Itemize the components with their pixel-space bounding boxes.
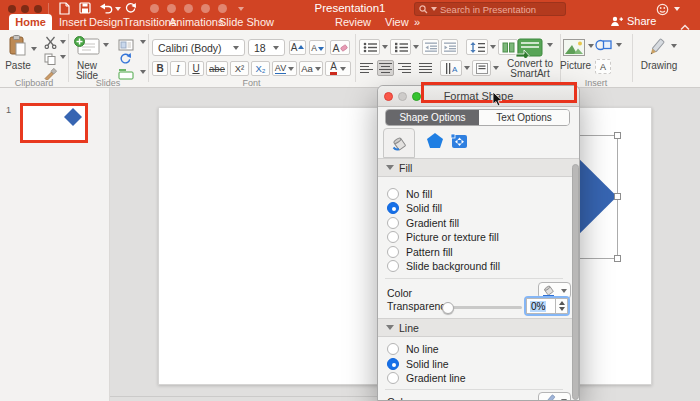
feedback-dropdown-icon[interactable] xyxy=(674,7,680,11)
change-case-button[interactable]: Aa xyxy=(299,61,323,76)
line-color-button[interactable] xyxy=(538,392,571,401)
align-text-button[interactable] xyxy=(472,60,491,76)
align-text-dropdown-icon[interactable] xyxy=(493,66,499,70)
shapes-icon[interactable] xyxy=(595,38,612,56)
search-input[interactable] xyxy=(440,4,550,15)
font-name-select[interactable]: Calibri (Body) xyxy=(152,39,245,56)
bold-button[interactable]: B xyxy=(152,61,168,76)
tab-slide-show[interactable]: Slide Show xyxy=(219,15,274,30)
align-left-button[interactable] xyxy=(358,60,375,76)
line-spacing-button[interactable] xyxy=(466,39,488,55)
font-size-select[interactable]: 18 xyxy=(248,39,285,56)
zoom-window-icon[interactable] xyxy=(34,5,42,13)
slide-thumbnail[interactable] xyxy=(20,103,88,143)
selection-handle-top-right[interactable] xyxy=(614,132,621,139)
radio-icon[interactable] xyxy=(387,343,399,355)
selection-handle-middle-right[interactable] xyxy=(614,193,621,200)
toolbar-overflow-icon[interactable] xyxy=(238,7,244,11)
superscript-button[interactable]: X² xyxy=(230,61,249,76)
fill-line-tab[interactable] xyxy=(383,128,415,158)
radio-selected-icon[interactable] xyxy=(387,202,399,214)
collapse-ribbon-icon[interactable] xyxy=(680,17,690,35)
drawing-dropdown-icon[interactable] xyxy=(671,44,677,48)
radio-selected-icon[interactable] xyxy=(387,358,399,370)
shapes-dropdown-icon[interactable] xyxy=(616,43,622,47)
radio-icon[interactable] xyxy=(387,188,399,200)
radio-icon[interactable] xyxy=(387,372,399,384)
section-dropdown-icon[interactable] xyxy=(140,70,146,74)
tab-design[interactable]: Design xyxy=(89,15,123,30)
feedback-smiley-icon[interactable] xyxy=(656,2,669,20)
radio-icon[interactable] xyxy=(387,231,399,243)
radio-icon[interactable] xyxy=(387,246,399,258)
text-direction-dropdown-icon[interactable] xyxy=(464,66,470,70)
subscript-button[interactable]: X₂ xyxy=(251,61,270,76)
italic-button[interactable]: I xyxy=(170,61,186,76)
paste-button[interactable] xyxy=(8,35,28,57)
save-icon[interactable] xyxy=(79,2,91,14)
search-box[interactable] xyxy=(414,2,566,16)
size-properties-tab[interactable] xyxy=(451,132,468,153)
fill-option-picture-texture[interactable]: Picture or texture fill xyxy=(387,230,499,243)
picture-button[interactable] xyxy=(562,38,585,56)
align-center-button[interactable] xyxy=(377,60,394,76)
transparency-slider-thumb[interactable] xyxy=(442,302,454,314)
shape-options-tab[interactable]: Shape Options xyxy=(386,110,479,125)
line-option-no-line[interactable]: No line xyxy=(387,342,439,355)
smartart-dropdown-icon[interactable] xyxy=(547,43,553,47)
cut-dropdown-icon[interactable] xyxy=(60,40,66,44)
bullets-button[interactable] xyxy=(359,39,380,55)
drawing-button[interactable] xyxy=(644,37,668,59)
close-window-icon[interactable] xyxy=(8,5,16,13)
tab-overflow-chevron[interactable]: » xyxy=(414,15,420,30)
dialog-scrollbar[interactable] xyxy=(572,164,579,400)
line-option-solid-line[interactable]: Solid line xyxy=(387,357,449,370)
fill-option-solid-fill[interactable]: Solid fill xyxy=(387,201,442,214)
stepper-down-icon[interactable] xyxy=(559,307,565,311)
undo-dropdown-icon[interactable] xyxy=(115,7,121,11)
tab-home[interactable]: Home xyxy=(9,14,52,30)
picture-dropdown-icon[interactable] xyxy=(588,44,594,48)
clear-formatting-button[interactable]: A xyxy=(330,40,350,55)
undo-icon[interactable] xyxy=(100,3,113,14)
radio-icon[interactable] xyxy=(387,217,399,229)
font-color-button[interactable]: A xyxy=(325,61,351,76)
tab-animations[interactable]: Animations xyxy=(169,15,223,30)
transparency-stepper[interactable] xyxy=(556,298,568,314)
new-slide-button[interactable] xyxy=(74,36,100,56)
text-options-tab[interactable]: Text Options xyxy=(479,110,569,125)
tab-view[interactable]: View xyxy=(385,15,409,30)
transparency-slider-track[interactable] xyxy=(445,306,522,309)
fill-option-slide-background[interactable]: Slide background fill xyxy=(387,259,500,272)
line-spacing-dropdown-icon[interactable] xyxy=(490,45,496,49)
fill-option-pattern[interactable]: Pattern fill xyxy=(387,245,453,258)
slide-layout-dropdown-icon[interactable] xyxy=(140,40,146,44)
fill-color-button[interactable] xyxy=(538,282,571,299)
text-box-button[interactable]: A xyxy=(595,59,611,74)
increase-indent-button[interactable] xyxy=(441,39,458,55)
shrink-font-button[interactable]: A xyxy=(309,40,326,55)
effects-tab[interactable] xyxy=(426,132,444,153)
tab-review[interactable]: Review xyxy=(335,15,371,30)
text-direction-button[interactable]: A xyxy=(440,60,462,76)
numbering-button[interactable] xyxy=(390,39,411,55)
strikethrough-button[interactable]: abe xyxy=(206,61,228,76)
justify-button[interactable] xyxy=(417,60,434,76)
new-slide-dropdown-icon[interactable] xyxy=(103,43,109,47)
convert-to-smartart-button[interactable] xyxy=(514,36,544,58)
radio-icon[interactable] xyxy=(387,260,399,272)
numbering-dropdown-icon[interactable] xyxy=(413,45,419,49)
decrease-indent-button[interactable] xyxy=(422,39,439,55)
align-right-button[interactable] xyxy=(396,60,413,76)
redo-icon[interactable] xyxy=(124,2,136,14)
character-spacing-button[interactable]: AV xyxy=(272,61,297,76)
selection-handle-bottom-right[interactable] xyxy=(614,255,621,262)
fill-option-gradient-fill[interactable]: Gradient fill xyxy=(387,216,459,229)
fill-section-header[interactable]: Fill xyxy=(378,158,580,177)
search-scope-dropdown-icon[interactable] xyxy=(431,7,437,11)
share-button[interactable]: Share xyxy=(610,15,656,27)
bullets-dropdown-icon[interactable] xyxy=(382,45,388,49)
line-section-header[interactable]: Line xyxy=(378,318,580,337)
transparency-input[interactable]: 0% xyxy=(526,298,556,314)
minimize-window-icon[interactable] xyxy=(21,5,29,13)
